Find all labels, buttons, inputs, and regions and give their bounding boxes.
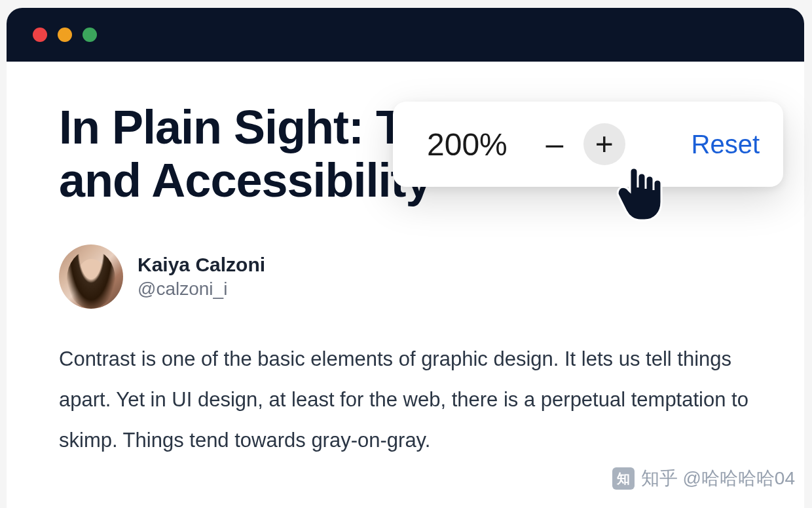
- zhihu-logo-icon: 知: [612, 467, 635, 490]
- zoom-control-popover: 200% – + Reset: [393, 102, 783, 187]
- browser-window: In Plain Sight: Tand Accessibility Kaiya…: [7, 8, 804, 508]
- author-handle[interactable]: @calzoni_i: [138, 279, 265, 300]
- watermark-text: 知乎 @哈哈哈哈04: [641, 466, 795, 491]
- plus-icon: +: [595, 128, 614, 160]
- author-name[interactable]: Kaiya Calzoni: [138, 254, 265, 276]
- maximize-icon[interactable]: [83, 28, 97, 42]
- zoom-out-button[interactable]: –: [534, 123, 576, 165]
- minus-icon: –: [545, 128, 563, 160]
- zoom-reset-button[interactable]: Reset: [692, 130, 760, 159]
- zoom-in-button[interactable]: +: [583, 123, 625, 165]
- zoom-level: 200%: [427, 127, 507, 163]
- article-body: Contrast is one of the basic elements of…: [59, 339, 752, 461]
- minimize-icon[interactable]: [58, 28, 72, 42]
- close-icon[interactable]: [33, 28, 47, 42]
- window-titlebar: [7, 8, 804, 62]
- watermark: 知 知乎 @哈哈哈哈04: [612, 466, 795, 491]
- author-block: Kaiya Calzoni @calzoni_i: [59, 244, 752, 309]
- avatar[interactable]: [59, 244, 123, 309]
